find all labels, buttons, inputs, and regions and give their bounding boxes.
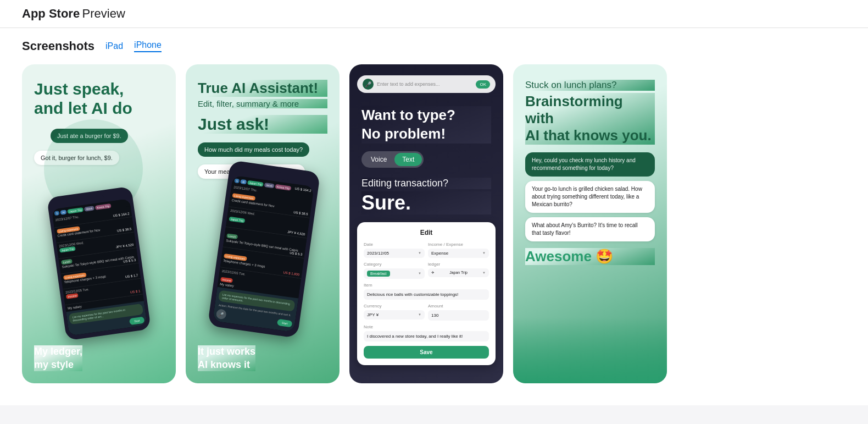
date-field[interactable]: 2023/12/05 ▼ bbox=[364, 249, 425, 258]
edit-form: Edit Date 2023/12/05 ▼ Income / Expense … bbox=[357, 222, 496, 365]
tab-ipad[interactable]: iPad bbox=[105, 41, 123, 51]
input-bar: 🎤 Enter text to add expenses... OK bbox=[357, 75, 496, 93]
save-button[interactable]: Save bbox=[364, 346, 489, 359]
currency-group: Currency JPY ¥ ▼ bbox=[364, 304, 425, 321]
date-label: Date bbox=[364, 242, 425, 247]
ledger-field[interactable]: ✈ Japan Trip ▼ bbox=[428, 268, 489, 277]
tag-japan-3: Japan Trip bbox=[229, 217, 246, 223]
header: App Store Preview bbox=[0, 0, 868, 28]
ok-button[interactable]: OK bbox=[476, 80, 490, 89]
category-tag: Breakfast bbox=[367, 271, 390, 277]
currency-amount-row: Currency JPY ¥ ▼ Amount 130 bbox=[364, 304, 489, 321]
card1-bottom: My ledger, my style bbox=[34, 345, 82, 371]
edit-form-title: Edit bbox=[364, 229, 489, 236]
phone-notch-2 bbox=[259, 170, 290, 181]
phone-mockup-2: S AI Japan Trip Work Korea Trip US $ 164… bbox=[208, 160, 321, 338]
screenshots-header: Screenshots iPad iPhone bbox=[22, 39, 846, 53]
item-label: Item bbox=[364, 283, 489, 288]
ledger-group: ledger ✈ Japan Trip ▼ bbox=[428, 262, 489, 279]
mic-btn-2[interactable]: 🎤 bbox=[216, 309, 227, 320]
card2-heading-sub: Edit, filter, summary & more bbox=[198, 99, 327, 108]
category-group: Category Breakfast ▼ bbox=[364, 262, 425, 279]
income-expense-group: Income / Expense Expense ▼ bbox=[428, 242, 489, 258]
phone-mockup-1: S AI Japan Trip Work Korea Trip 2023/12/… bbox=[47, 186, 151, 340]
card1-bottom-label: My ledger, my style bbox=[34, 345, 82, 371]
card2-bottom-label: It just works AI knows it bbox=[198, 345, 255, 371]
card2-bottom: It just works AI knows it bbox=[198, 345, 255, 371]
card1-heading: Just speak, and let AI do bbox=[34, 80, 164, 118]
preview-subtitle: Preview bbox=[82, 7, 125, 20]
card2-chat-user: How much did my meals cost today? bbox=[198, 142, 309, 157]
card2-heading-ask: Just ask! bbox=[198, 115, 327, 134]
item-group: Item Delicious rice balls with customiza… bbox=[364, 283, 489, 300]
card3-text: Want to type? No problem! Voice Text Edi… bbox=[349, 98, 503, 214]
toggle-text[interactable]: Text bbox=[394, 153, 422, 166]
tab-iphone[interactable]: iPhone bbox=[134, 40, 162, 52]
screenshots-label: Screenshots bbox=[22, 39, 94, 53]
income-expense-label: Income / Expense bbox=[428, 242, 489, 247]
note-input[interactable]: I discovered a new store today, and I re… bbox=[364, 331, 489, 342]
input-placeholder-text: Enter text to add expenses... bbox=[377, 81, 472, 87]
amount-input[interactable]: 130 bbox=[428, 310, 489, 321]
currency-field[interactable]: JPY ¥ ▼ bbox=[364, 310, 425, 320]
category-label: Category bbox=[364, 262, 425, 267]
screenshots-section: Screenshots iPad iPhone Just speak, and … bbox=[0, 28, 868, 405]
screenshot-card-4: Stuck on lunch plans? Brainstorming with… bbox=[513, 64, 667, 383]
toggle-voice[interactable]: Voice bbox=[363, 153, 394, 166]
card3-sure: Sure. bbox=[361, 191, 491, 214]
amount-group: Amount 130 bbox=[428, 304, 489, 321]
app-store-title: App Store bbox=[22, 7, 80, 20]
currency-label: Currency bbox=[364, 304, 425, 309]
card4-intro: Stuck on lunch plans? bbox=[525, 80, 655, 91]
edit-form-category-row: Category Breakfast ▼ ledger ✈ Japan Trip… bbox=[364, 262, 489, 279]
card2-text: True AI Assistant! Edit, filter, summary… bbox=[186, 64, 340, 179]
card4-bottom-wave bbox=[513, 317, 667, 383]
item-input[interactable]: Delicious rice balls with customizable t… bbox=[364, 289, 489, 300]
note-label: Note bbox=[364, 324, 489, 329]
card1-phone-area: S AI Japan Trip Work Korea Trip 2023/12/… bbox=[22, 170, 176, 346]
card4-bold-heading: Brainstorming with AI that knows you. bbox=[525, 93, 655, 145]
phone-screen: S AI Japan Trip Work Korea Trip 2023/12/… bbox=[52, 199, 147, 336]
card2-heading-main: True AI Assistant! bbox=[198, 80, 327, 97]
screenshot-card-2: True AI Assistant! Edit, filter, summary… bbox=[186, 64, 340, 383]
card2-phone-area: S AI Japan Trip Work Korea Trip US $ 164… bbox=[186, 184, 340, 338]
mic-icon[interactable]: 🎤 bbox=[363, 79, 374, 90]
card4-awesome: Awesome 🤩 bbox=[525, 248, 655, 265]
tag-lunch-2: Lunch bbox=[226, 234, 238, 240]
date-group: Date 2023/12/05 ▼ bbox=[364, 242, 425, 258]
card3-input-area: 🎤 Enter text to add expenses... OK bbox=[349, 75, 503, 93]
start-btn-2[interactable]: Start bbox=[277, 319, 292, 328]
cards-container: Just speak, and let AI do Just ate a bur… bbox=[22, 64, 846, 389]
card4-text: Stuck on lunch plans? Brainstorming with… bbox=[513, 64, 667, 265]
card4-chat-ai-2: What about Amy's Burrito? It's time to r… bbox=[525, 217, 655, 241]
screenshot-card-3: 🎤 Enter text to add expenses... OK Want … bbox=[349, 64, 503, 383]
card3-heading: Want to type? No problem! bbox=[361, 106, 491, 144]
note-group: Note I discovered a new store today, and… bbox=[364, 324, 489, 342]
ledger-label: ledger bbox=[428, 262, 489, 267]
voice-text-toggle: Voice Text bbox=[361, 151, 424, 168]
card4-chat-user: Hey, could you check my lunch history an… bbox=[525, 152, 655, 177]
start-btn-1[interactable]: Start bbox=[129, 317, 144, 326]
income-expense-field[interactable]: Expense ▼ bbox=[428, 249, 489, 258]
edit-form-date-row: Date 2023/12/05 ▼ Income / Expense Expen… bbox=[364, 242, 489, 258]
phone-screen-2: S AI Japan Trip Work Korea Trip US $ 164… bbox=[213, 175, 314, 332]
card3-editing: Editing transaction? bbox=[361, 178, 491, 189]
category-field[interactable]: Breakfast ▼ bbox=[364, 268, 425, 279]
screenshot-card-1: Just speak, and let AI do Just ate a bur… bbox=[22, 64, 176, 383]
amount-label: Amount bbox=[428, 304, 489, 309]
card4-chat-ai-1: Your go-to lunch is grilled chicken sala… bbox=[525, 181, 655, 213]
